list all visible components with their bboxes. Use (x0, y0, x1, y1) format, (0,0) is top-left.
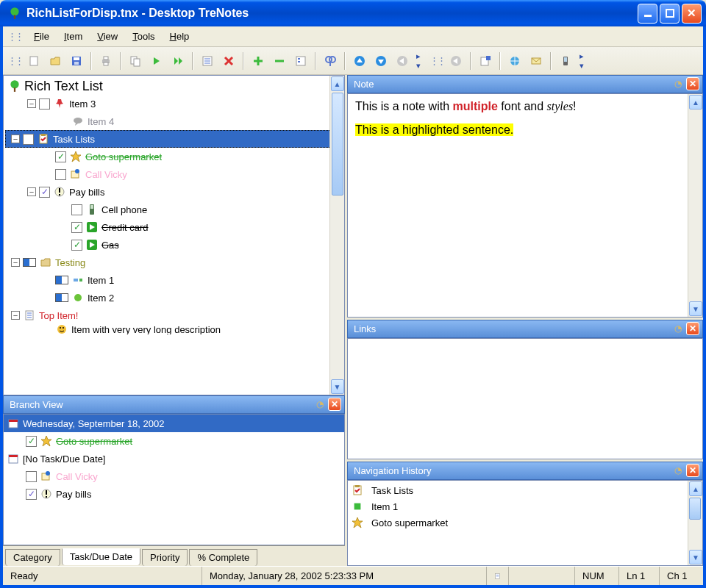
add-button[interactable] (249, 51, 268, 71)
checkbox[interactable]: ✓ (26, 489, 37, 500)
mail-button[interactable] (527, 51, 546, 71)
save2-button[interactable] (476, 51, 495, 71)
down-button[interactable] (371, 51, 391, 71)
globe-button[interactable] (505, 51, 524, 71)
copy-button[interactable] (126, 51, 145, 71)
nav-row[interactable]: Item 1 (351, 498, 699, 514)
tree-row[interactable]: −Top Item! (5, 306, 343, 324)
checkbox[interactable]: ✓ (39, 187, 50, 198)
menu-tools[interactable]: Tools (126, 29, 160, 43)
print-button[interactable] (96, 51, 115, 71)
new-button[interactable] (24, 51, 43, 71)
scroll-down-icon[interactable]: ▼ (331, 379, 344, 394)
edit-list-button[interactable] (198, 51, 217, 71)
note-editor[interactable]: This is a note with multiple font and st… (347, 93, 703, 318)
pin-icon[interactable]: ◔ (671, 77, 685, 90)
menu-file[interactable]: File (28, 29, 55, 43)
tree-row[interactable]: Item 4 (5, 112, 343, 130)
tree-row[interactable]: −Item 3 (5, 95, 343, 112)
tree-row[interactable]: Item 2 (5, 289, 343, 306)
expander-icon[interactable]: − (27, 99, 36, 108)
tree[interactable]: Rich Text List−Item 3Item 4−Task Lists✓G… (4, 76, 344, 336)
branch-row[interactable]: ✓Pay bills (4, 485, 344, 503)
pin-icon[interactable]: ◔ (313, 398, 327, 411)
scroll-up-icon[interactable]: ▲ (689, 481, 702, 496)
svg-marker-13 (154, 57, 160, 65)
checkbox[interactable] (71, 204, 82, 215)
scroll-up-icon[interactable]: ▲ (689, 95, 702, 110)
checkbox[interactable] (39, 98, 50, 110)
tree-row[interactable]: ✓Goto supermarket (5, 148, 343, 165)
nav-body[interactable]: Task ListsItem 1Goto supermarket ▲ ▼ (347, 480, 703, 566)
expander-icon[interactable]: − (11, 135, 20, 143)
tree-row[interactable]: Cell phone (5, 201, 343, 218)
scroll-thumb[interactable] (332, 93, 343, 196)
close-button[interactable]: ✕ (682, 4, 702, 24)
maximize-button[interactable] (660, 4, 680, 24)
back2-button[interactable] (446, 51, 466, 71)
scroll-down-icon[interactable]: ▼ (689, 301, 702, 316)
close-icon[interactable]: ✕ (686, 77, 699, 90)
minimize-button[interactable] (638, 4, 657, 24)
branch-tab[interactable]: Task/Due Date (62, 548, 140, 565)
close-icon[interactable]: ✕ (686, 322, 699, 335)
speech-icon (71, 115, 85, 128)
close-icon[interactable]: ✕ (328, 398, 341, 411)
branch-row[interactable]: Call Vicky (4, 467, 344, 485)
run-button[interactable] (147, 51, 166, 71)
branch-tab[interactable]: Category (5, 549, 60, 566)
find-button[interactable] (321, 51, 340, 71)
scroll-thumb[interactable] (689, 498, 701, 520)
checkbox[interactable] (23, 134, 34, 145)
links-body[interactable] (347, 338, 703, 459)
branch-row[interactable]: Wednesday, September 18, 2002 (4, 415, 344, 432)
checkbox[interactable]: ✓ (71, 222, 82, 233)
expander-icon[interactable]: − (11, 311, 20, 320)
up-button[interactable] (350, 51, 369, 71)
menu-view[interactable]: View (91, 29, 124, 43)
checkbox[interactable]: ✓ (26, 436, 37, 447)
pin-icon[interactable]: ◔ (671, 322, 685, 335)
open-button[interactable] (46, 51, 65, 71)
nav-row[interactable]: Goto supermarket (351, 514, 699, 531)
checkbox[interactable]: ✓ (71, 240, 82, 251)
run-step-button[interactable] (168, 51, 188, 71)
back-button[interactable] (393, 51, 412, 71)
toolbar-overflow-icon[interactable]: ▸▾ (577, 51, 586, 71)
branch-tab[interactable]: % Complete (189, 549, 257, 566)
delete-button[interactable] (219, 51, 238, 71)
branch-row[interactable]: ✓Goto supermarket (4, 432, 344, 450)
checkbox[interactable] (26, 471, 37, 482)
branch-tab[interactable]: Priority (142, 549, 188, 566)
scroll-down-icon[interactable]: ▼ (689, 550, 702, 564)
pin-icon[interactable]: ◔ (671, 464, 685, 477)
save-button[interactable] (67, 51, 86, 71)
toolbar-overflow-icon[interactable]: ▸▾ (414, 51, 423, 71)
properties-button[interactable] (291, 51, 310, 71)
scrollbar[interactable]: ▲ ▼ (329, 76, 344, 395)
tree-row[interactable]: −Task Lists (5, 130, 343, 148)
tree-root-row[interactable]: Rich Text List (5, 77, 343, 95)
tree-row[interactable]: −✓Pay bills (5, 183, 343, 201)
tree-row[interactable]: Call Vicky (5, 165, 343, 183)
menu-help[interactable]: Help (164, 29, 196, 43)
tree-row[interactable]: ✓Credit card (5, 218, 343, 236)
checkbox[interactable] (55, 169, 66, 180)
expander-icon[interactable]: − (11, 258, 20, 267)
tree-row[interactable]: ✓Gas (5, 236, 343, 254)
expander-icon[interactable]: − (27, 187, 36, 196)
tree-row[interactable]: Item 1 (5, 271, 343, 289)
close-icon[interactable]: ✕ (686, 464, 699, 477)
scroll-up-icon[interactable]: ▲ (331, 76, 344, 91)
checkbox[interactable]: ✓ (55, 151, 66, 162)
device-button[interactable] (556, 51, 575, 71)
tree-row[interactable]: Item with very very long description (5, 324, 343, 334)
branch-row[interactable]: [No Task/Due Date] (4, 450, 344, 467)
tree-item-label: Cell phone (101, 204, 147, 215)
menu-item[interactable]: Item (58, 29, 88, 43)
remove-button[interactable] (270, 51, 289, 71)
tree-row[interactable]: −Testing (5, 254, 343, 271)
nav-row[interactable]: Task Lists (351, 482, 699, 498)
exclaim-icon (53, 185, 66, 198)
branch-view-body[interactable]: Wednesday, September 18, 2002✓Goto super… (3, 414, 345, 545)
